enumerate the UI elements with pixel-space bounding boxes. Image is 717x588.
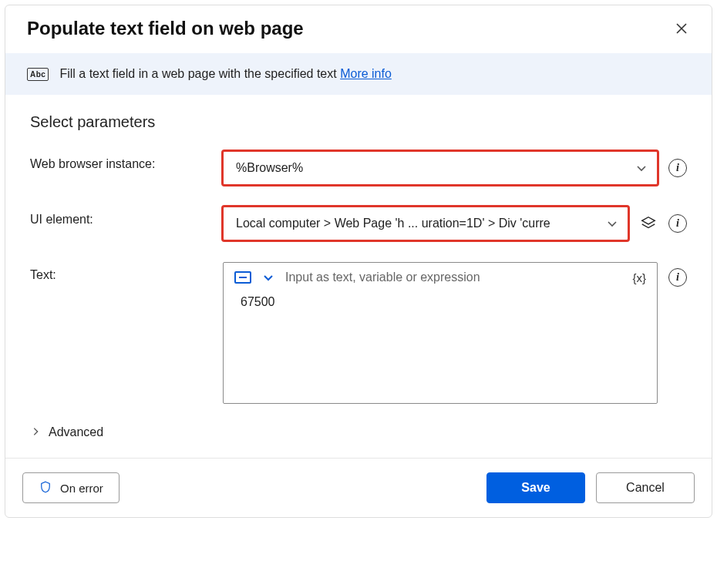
browser-label: Web browser instance: [30, 151, 223, 171]
ui-element-picker-button[interactable] [639, 214, 658, 233]
chevron-down-icon [635, 162, 648, 174]
info-bar: Abc Fill a text field in a web page with… [5, 53, 712, 95]
param-row-text: Text: Input as text, variable or express… [30, 262, 687, 404]
action-dialog: Populate text field on web page Abc Fill… [5, 5, 712, 518]
shield-icon [39, 480, 52, 496]
more-info-link[interactable]: More info [340, 67, 392, 80]
footer-buttons: Save Cancel [486, 472, 695, 503]
advanced-toggle[interactable]: Advanced [30, 425, 687, 439]
text-placeholder: Input as text, variable or expression [285, 270, 621, 284]
save-button[interactable]: Save [486, 472, 585, 503]
param-row-browser: Web browser instance: %Browser% i [30, 151, 687, 185]
dialog-body: Select parameters Web browser instance: … [5, 95, 712, 458]
on-error-label: On error [60, 482, 103, 495]
info-icon-ui-element[interactable]: i [668, 214, 687, 233]
insert-variable-button[interactable]: {x} [632, 271, 646, 284]
dialog-title: Populate text field on web page [27, 18, 304, 39]
cancel-button[interactable]: Cancel [596, 472, 695, 503]
chevron-right-icon [30, 426, 42, 438]
close-button[interactable] [673, 20, 690, 37]
info-icon-text[interactable]: i [668, 268, 687, 287]
text-value[interactable]: 67500 [224, 287, 657, 403]
chevron-down-icon [606, 217, 618, 230]
browser-dropdown[interactable]: %Browser% [223, 151, 658, 185]
dialog-footer: On error Save Cancel [5, 458, 712, 517]
dialog-header: Populate text field on web page [5, 5, 712, 53]
text-label: Text: [30, 262, 223, 282]
layers-icon [640, 215, 657, 232]
text-input-box[interactable]: Input as text, variable or expression {x… [223, 262, 658, 404]
info-icon-browser[interactable]: i [668, 159, 687, 177]
ui-element-label: UI element: [30, 207, 223, 227]
section-title: Select parameters [30, 113, 687, 131]
on-error-button[interactable]: On error [22, 472, 120, 503]
info-text: Fill a text field in a web page with the… [59, 67, 391, 81]
abc-icon: Abc [27, 68, 49, 81]
browser-value: %Browser% [236, 161, 303, 175]
close-icon [675, 22, 688, 35]
advanced-label: Advanced [49, 425, 103, 439]
text-input-header: Input as text, variable or expression {x… [224, 263, 657, 287]
ui-element-dropdown[interactable]: Local computer > Web Page 'h ... uration… [223, 207, 628, 240]
param-row-ui-element: UI element: Local computer > Web Page 'h… [30, 207, 687, 240]
text-mode-dropdown[interactable] [262, 271, 274, 284]
ui-element-value: Local computer > Web Page 'h ... uration… [236, 217, 550, 230]
text-mode-icon[interactable] [234, 271, 251, 284]
